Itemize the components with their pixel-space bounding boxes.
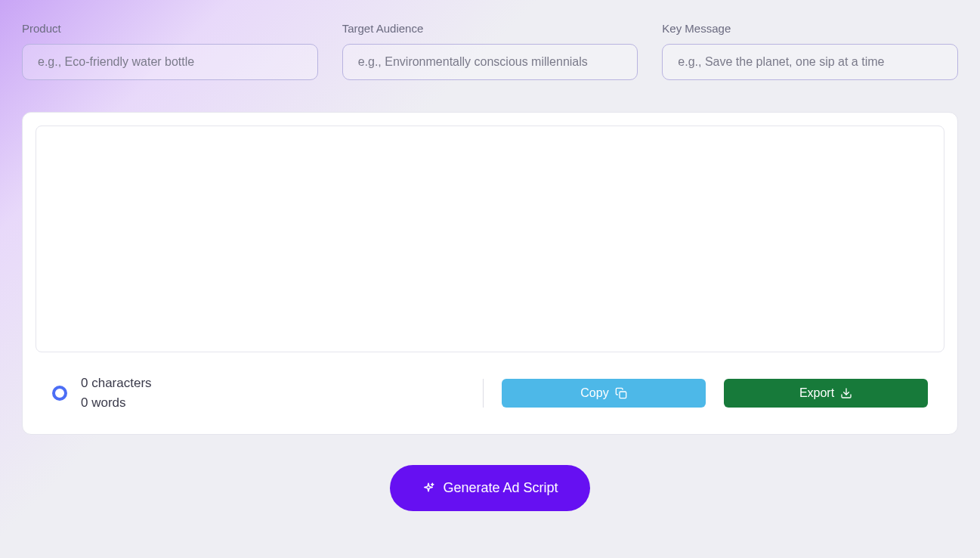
output-textarea[interactable] bbox=[36, 126, 944, 352]
inputs-row: Product Target Audience Key Message bbox=[22, 22, 958, 80]
output-card: 0 characters 0 words Copy Export bbox=[22, 112, 958, 435]
export-button[interactable]: Export bbox=[724, 379, 928, 408]
export-button-label: Export bbox=[799, 386, 834, 400]
generate-row: Generate Ad Script bbox=[22, 465, 958, 511]
svg-rect-0 bbox=[620, 392, 626, 398]
output-footer: 0 characters 0 words Copy Export bbox=[36, 358, 944, 421]
product-input[interactable] bbox=[22, 44, 318, 80]
target-audience-group: Target Audience bbox=[342, 22, 638, 80]
key-message-group: Key Message bbox=[662, 22, 958, 80]
target-audience-label: Target Audience bbox=[342, 22, 638, 35]
actions-block: Copy Export bbox=[483, 379, 928, 408]
target-audience-input[interactable] bbox=[342, 44, 638, 80]
words-count: 0 words bbox=[81, 393, 152, 413]
key-message-input[interactable] bbox=[662, 44, 958, 80]
stats-block: 0 characters 0 words bbox=[52, 374, 152, 412]
copy-icon bbox=[615, 387, 627, 399]
product-group: Product bbox=[22, 22, 318, 80]
circle-indicator-icon bbox=[52, 386, 67, 401]
copy-button-label: Copy bbox=[580, 386, 608, 400]
generate-button-label: Generate Ad Script bbox=[443, 480, 558, 496]
stats-text: 0 characters 0 words bbox=[81, 374, 152, 412]
product-label: Product bbox=[22, 22, 318, 35]
characters-count: 0 characters bbox=[81, 374, 152, 393]
copy-button[interactable]: Copy bbox=[502, 379, 706, 408]
sparkle-icon bbox=[422, 482, 435, 495]
generate-button[interactable]: Generate Ad Script bbox=[390, 465, 589, 511]
download-icon bbox=[840, 387, 852, 399]
key-message-label: Key Message bbox=[662, 22, 958, 35]
